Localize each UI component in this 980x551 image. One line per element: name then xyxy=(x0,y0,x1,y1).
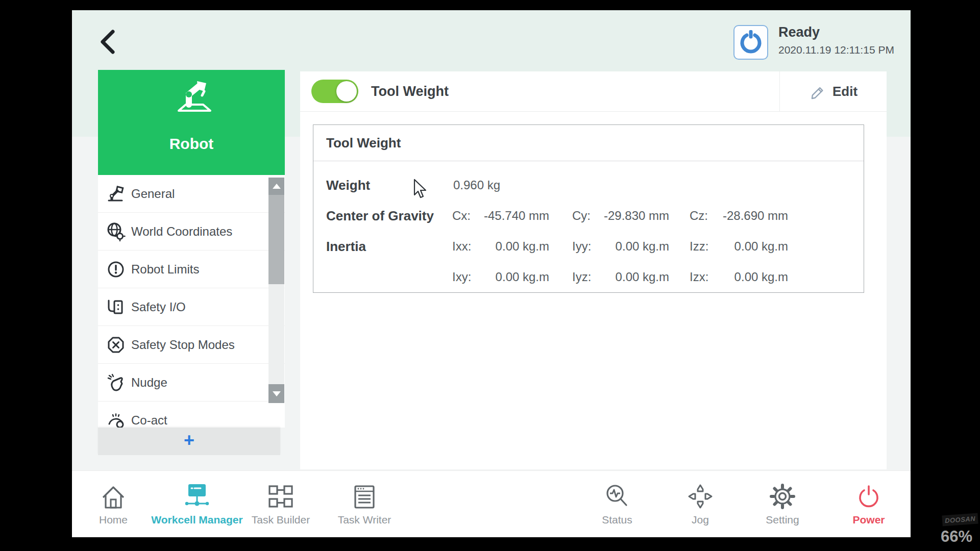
inertia-ixy-value: 0.00 kg.m xyxy=(478,270,549,284)
sidebar-item-world-coordinates[interactable]: World Coordinates xyxy=(98,213,285,251)
sidebar-menu: General World Coordinates Robot Limits S… xyxy=(98,175,285,428)
sidebar-item-label: World Coordinates xyxy=(131,224,232,239)
sidebar-item-safety-stop-modes[interactable]: Safety Stop Modes xyxy=(98,326,285,364)
sidebar-item-robot-limits[interactable]: Robot Limits xyxy=(98,251,285,288)
robot-state-label: Ready xyxy=(778,24,820,40)
sidebar-item-general[interactable]: General xyxy=(98,175,285,213)
inertia-ixx-key: Ixx: xyxy=(452,239,478,254)
sidebar-item-label: Co-act xyxy=(131,413,167,428)
cog-cx-key: Cx: xyxy=(452,209,478,223)
inertia-iyy-key: Iyy: xyxy=(572,239,598,254)
robot-status-button[interactable] xyxy=(733,25,768,60)
edit-button[interactable]: Edit xyxy=(779,71,887,111)
sidebar-item-label: General xyxy=(131,187,175,201)
tool-weight-panel: Tool Weight Edit Tool Weight Weight 0.96… xyxy=(300,71,887,469)
sidebar-item-co-act[interactable]: Co-act xyxy=(98,402,285,428)
task-builder-blocks-icon xyxy=(267,481,295,510)
sidebar-item-label: Nudge xyxy=(131,375,167,390)
robot-gripper-icon xyxy=(739,30,763,55)
nav-task-builder[interactable]: Task Builder xyxy=(235,471,327,537)
panel-title: Tool Weight xyxy=(371,84,449,99)
io-connector-icon xyxy=(105,296,127,318)
panel-header: Tool Weight Edit xyxy=(300,71,887,112)
power-icon xyxy=(855,481,882,510)
cog-cx-value: -45.740 mm xyxy=(478,209,549,223)
jog-dpad-icon xyxy=(687,481,714,510)
weight-value: 0.960 kg xyxy=(452,178,788,192)
inertia-izx-value: 0.00 kg.m xyxy=(715,270,788,284)
sidebar-item-nudge[interactable]: Nudge xyxy=(98,364,285,402)
tool-weight-toggle[interactable] xyxy=(311,80,358,103)
doosan-logo: DOOSAN xyxy=(942,513,978,527)
inertia-ixx-value: 0.00 kg.m xyxy=(478,239,549,254)
robot-arm-large-icon xyxy=(163,79,219,126)
weight-label: Weight xyxy=(326,178,452,193)
nav-workcell-manager[interactable]: Workcell Manager xyxy=(151,471,243,537)
weight-row: Weight 0.960 kg xyxy=(313,170,864,201)
inertia-iyz-value: 0.00 kg.m xyxy=(598,270,669,284)
inertia-ixy-key: Ixy: xyxy=(452,270,478,284)
nav-label: Status xyxy=(602,514,632,526)
detail-rows: Weight 0.960 kg Center of Gravity Cx: -4… xyxy=(313,161,864,292)
scroll-up-button[interactable] xyxy=(268,178,284,195)
inertia-iyy-value: 0.00 kg.m xyxy=(598,239,669,254)
nav-home[interactable]: Home xyxy=(67,471,159,537)
workcell-network-icon xyxy=(183,481,211,510)
tool-weight-detail-box: Tool Weight Weight 0.960 kg Center of Gr… xyxy=(313,124,864,293)
nav-setting[interactable]: Setting xyxy=(737,471,828,537)
bottom-navbar: Home Workcell Manager Task Builder Task … xyxy=(72,470,911,537)
nav-status[interactable]: Status xyxy=(571,471,663,537)
alert-circle-icon xyxy=(105,258,127,281)
nav-jog[interactable]: Jog xyxy=(654,471,746,537)
status-magnifier-icon xyxy=(604,481,630,510)
robot-arm-icon xyxy=(105,183,127,205)
pencil-icon xyxy=(809,83,826,100)
back-chevron-icon xyxy=(95,27,122,57)
back-button[interactable] xyxy=(95,27,122,57)
toggle-knob xyxy=(336,81,357,102)
sidebar-item-label: Safety I/O xyxy=(131,300,186,314)
nav-label: Task Builder xyxy=(252,514,310,526)
sidebar-item-label: Robot Limits xyxy=(131,262,199,277)
add-workcell-button[interactable]: + xyxy=(98,428,280,455)
center-of-gravity-row: Center of Gravity Cx: -45.740 mm Cy: -29… xyxy=(313,201,864,231)
nav-task-writer[interactable]: Task Writer xyxy=(318,471,410,537)
datetime-label: 2020.11.19 12:11:15 PM xyxy=(778,44,894,56)
stop-octagon-icon xyxy=(105,334,127,356)
screen: Ready 2020.11.19 12:11:15 PM Robot Gener… xyxy=(0,0,980,551)
hand-push-icon xyxy=(105,371,127,394)
inertia-iyz-key: Iyz: xyxy=(572,270,598,284)
inertia-row-1: Inertia Ixx: 0.00 kg.m Iyy: 0.00 kg.m Iz… xyxy=(313,231,864,262)
cog-cy-value: -29.830 mm xyxy=(598,209,669,223)
nav-label: Setting xyxy=(766,514,799,526)
sidebar-scrollbar[interactable] xyxy=(268,178,284,403)
home-icon xyxy=(100,481,127,510)
gear-icon xyxy=(769,481,796,510)
zoom-percent-label: 66% xyxy=(941,528,972,546)
sidebar-card-label: Robot xyxy=(169,135,214,153)
cog-cz-value: -28.690 mm xyxy=(715,209,788,223)
nav-label: Workcell Manager xyxy=(151,514,242,526)
inertia-izx-key: Izx: xyxy=(690,270,715,284)
scrollbar-thumb[interactable] xyxy=(268,195,284,284)
sidebar-item-safety-io[interactable]: Safety I/O xyxy=(98,288,285,326)
cog-cy-key: Cy: xyxy=(572,209,598,223)
scroll-down-button[interactable] xyxy=(268,384,284,403)
cog-label: Center of Gravity xyxy=(326,208,452,224)
triangle-down-icon xyxy=(273,391,281,396)
inertia-label: Inertia xyxy=(326,239,452,255)
globe-gear-icon xyxy=(105,220,127,243)
nav-label: Jog xyxy=(692,514,709,526)
app-window: Ready 2020.11.19 12:11:15 PM Robot Gener… xyxy=(72,10,911,537)
edit-button-label: Edit xyxy=(832,84,857,99)
nav-label: Power xyxy=(852,514,885,526)
sidebar-robot-card[interactable]: Robot xyxy=(98,70,285,175)
nav-label: Task Writer xyxy=(338,514,391,526)
inertia-izz-key: Izz: xyxy=(690,239,715,254)
nav-label: Home xyxy=(99,514,128,526)
coact-gauge-icon xyxy=(105,409,127,428)
inertia-izz-value: 0.00 kg.m xyxy=(715,239,788,254)
triangle-up-icon xyxy=(273,184,281,189)
plus-icon: + xyxy=(184,431,194,449)
nav-power[interactable]: Power xyxy=(823,471,915,537)
